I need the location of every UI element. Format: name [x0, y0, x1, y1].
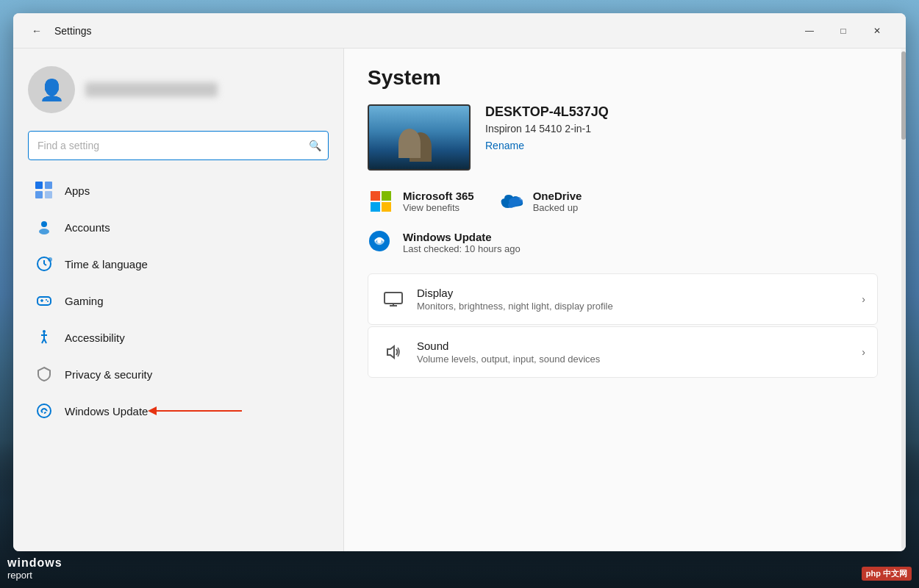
service-onedrive[interactable]: OneDrive Backed up [498, 188, 582, 215]
user-name [85, 82, 218, 97]
accessibility-icon [34, 327, 54, 348]
sidebar-item-gaming[interactable]: Gaming [19, 283, 337, 318]
windows-update-row-with-arrow: Windows Update [65, 405, 242, 417]
sidebar-item-accessibility[interactable]: Accessibility [19, 320, 337, 355]
device-name: DESKTOP-4L537JQ [485, 104, 878, 120]
title-bar: ← Settings — □ ✕ [13, 13, 906, 49]
windows-update-sub: Last checked: 10 hours ago [403, 243, 521, 254]
sidebar-label-privacy-security: Privacy & security [65, 368, 152, 381]
watermark-php: php 中文网 [862, 567, 912, 581]
sound-chevron: › [862, 346, 865, 358]
microsoft365-sub: View benefits [403, 202, 474, 213]
page-title: System [368, 66, 878, 90]
sound-text: Sound Volume levels, output, input, soun… [417, 340, 851, 365]
sidebar: 👤 🔍 Apps [13, 49, 344, 551]
svg-point-18 [37, 404, 51, 417]
device-card: DESKTOP-4L537JQ Inspiron 14 5410 2-in-1 … [368, 104, 878, 171]
svg-point-20 [377, 239, 382, 243]
windows-update-sidebar-icon [34, 401, 54, 421]
search-input[interactable] [28, 131, 329, 160]
onedrive-sub: Backed up [533, 202, 582, 213]
setting-item-sound[interactable]: Sound Volume levels, output, input, soun… [368, 326, 878, 378]
sidebar-label-windows-update: Windows Update [65, 405, 148, 417]
sidebar-label-accounts: Accounts [65, 221, 110, 234]
svg-line-4 [44, 264, 46, 265]
accounts-icon [34, 217, 54, 237]
device-model: Inspiron 14 5410 2-in-1 [485, 123, 878, 135]
svg-point-1 [39, 229, 49, 234]
settings-window: ← Settings — □ ✕ 👤 🔍 [13, 13, 906, 551]
maximize-button[interactable]: □ [826, 19, 860, 43]
svg-point-13 [43, 330, 46, 333]
avatar: 👤 [28, 66, 75, 113]
sidebar-label-gaming: Gaming [65, 295, 104, 307]
windows-update-main-icon [368, 229, 394, 256]
display-title: Display [417, 287, 851, 299]
search-icon: 🔍 [309, 140, 321, 151]
microsoft365-name: Microsoft 365 [403, 190, 474, 202]
sound-icon [380, 339, 407, 365]
user-profile[interactable]: 👤 [13, 49, 343, 125]
scrollbar-track[interactable] [901, 51, 906, 548]
sidebar-label-time-language: Time & language [65, 258, 148, 270]
apps-icon [34, 180, 54, 201]
svg-point-5 [48, 257, 52, 262]
sidebar-label-apps: Apps [65, 184, 90, 197]
privacy-security-icon [34, 364, 54, 384]
display-desc: Monitors, brightness, night light, displ… [417, 301, 851, 312]
gaming-icon [34, 290, 54, 311]
device-thumbnail [368, 104, 471, 171]
svg-line-17 [44, 339, 46, 343]
main-content: System DESKTOP-4L537JQ Inspiron 14 5410 … [344, 49, 901, 551]
red-arrow-annotation [154, 410, 242, 412]
microsoft365-icon [368, 188, 394, 215]
scrollbar-thumb[interactable] [901, 51, 906, 140]
search-box: 🔍 [28, 131, 329, 160]
window-body: 👤 🔍 Apps [13, 49, 906, 551]
sidebar-item-privacy-security[interactable]: Privacy & security [19, 356, 337, 392]
windows-update-main-info: Windows Update Last checked: 10 hours ag… [403, 231, 521, 254]
time-language-icon [34, 254, 54, 274]
watermark-windows-report: windows report [7, 556, 62, 581]
svg-point-11 [46, 299, 47, 301]
service-microsoft365[interactable]: Microsoft 365 View benefits [368, 188, 474, 215]
services-row: Microsoft 365 View benefits OneDrive Bac… [368, 188, 878, 215]
device-info: DESKTOP-4L537JQ Inspiron 14 5410 2-in-1 … [485, 104, 878, 152]
sidebar-label-accessibility: Accessibility [65, 331, 125, 344]
sidebar-item-windows-update[interactable]: Windows Update [19, 393, 337, 429]
svg-point-0 [41, 221, 47, 227]
microsoft365-info: Microsoft 365 View benefits [403, 190, 474, 213]
onedrive-name: OneDrive [533, 190, 582, 202]
sound-desc: Volume levels, output, input, sound devi… [417, 354, 851, 365]
onedrive-info: OneDrive Backed up [533, 190, 582, 213]
user-icon: 👤 [39, 78, 65, 102]
onedrive-icon [498, 188, 524, 215]
display-text: Display Monitors, brightness, night ligh… [417, 287, 851, 312]
windows-update-main[interactable]: Windows Update Last checked: 10 hours ag… [368, 229, 878, 256]
svg-rect-6 [37, 297, 51, 305]
close-button[interactable]: ✕ [860, 19, 894, 43]
window-title: Settings [54, 25, 793, 37]
back-button[interactable]: ← [25, 19, 49, 43]
sound-title: Sound [417, 340, 851, 352]
svg-point-12 [47, 301, 49, 302]
svg-marker-24 [387, 346, 394, 358]
minimize-button[interactable]: — [793, 19, 826, 43]
setting-item-display[interactable]: Display Monitors, brightness, night ligh… [368, 273, 878, 325]
settings-list: Display Monitors, brightness, night ligh… [368, 273, 878, 378]
sidebar-item-accounts[interactable]: Accounts [19, 209, 337, 245]
windows-update-title: Windows Update [403, 231, 521, 243]
window-controls: — □ ✕ [793, 19, 894, 43]
display-icon [380, 286, 407, 312]
display-chevron: › [862, 293, 865, 305]
rename-link[interactable]: Rename [485, 140, 524, 151]
svg-rect-21 [385, 293, 402, 304]
sidebar-item-time-language[interactable]: Time & language [19, 246, 337, 282]
sidebar-item-apps[interactable]: Apps [19, 173, 337, 208]
